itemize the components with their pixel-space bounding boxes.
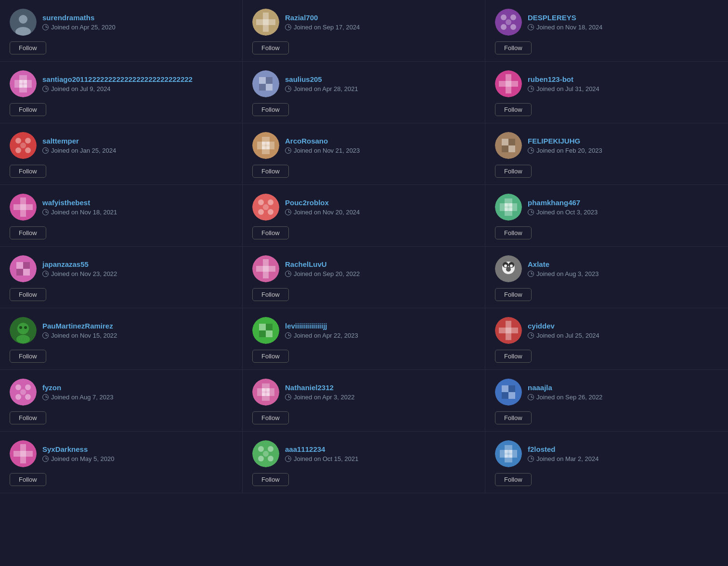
svg-rect-41	[502, 145, 508, 152]
user-info: saulius205 Joined on Apr 28, 2021	[285, 75, 358, 92]
user-top: ruben123-bot Joined on Jul 31, 2024	[495, 70, 718, 97]
svg-point-28	[25, 138, 31, 144]
join-date: Joined on Nov 20, 2024	[285, 209, 360, 216]
join-date: Joined on Apr 28, 2021	[285, 85, 358, 92]
svg-point-70	[506, 267, 511, 272]
username[interactable]: naaajla	[528, 383, 602, 392]
clock-icon	[285, 86, 291, 92]
username[interactable]: wafyisthebest	[42, 198, 117, 207]
follow-button[interactable]: Follow	[495, 165, 532, 178]
follow-button[interactable]: Follow	[10, 226, 46, 239]
username[interactable]: RachelLuvU	[285, 260, 360, 268]
user-info: aaa1112234 Joined on Oct 15, 2021	[285, 445, 358, 462]
follow-button[interactable]: Follow	[252, 411, 289, 424]
svg-point-108	[268, 446, 273, 452]
username[interactable]: aaa1112234	[285, 445, 358, 453]
username[interactable]: f2losted	[528, 445, 598, 453]
follow-button[interactable]: Follow	[252, 288, 289, 301]
user-info: ArcoRosano Joined on Nov 21, 2023	[285, 137, 360, 154]
username[interactable]: saulius205	[285, 75, 358, 83]
user-info: phamkhang467 Joined on Oct 3, 2023	[528, 198, 598, 216]
clock-icon	[42, 86, 49, 92]
user-info: naaajla Joined on Sep 26, 2022	[528, 383, 602, 401]
user-card: saulius205 Joined on Apr 28, 2021 Follow	[243, 62, 485, 123]
join-date: Joined on Jul 31, 2024	[528, 85, 599, 92]
user-top: SyxDarkness Joined on May 5, 2020	[10, 440, 233, 467]
follow-button[interactable]: Follow	[495, 226, 532, 239]
avatar	[252, 317, 279, 344]
svg-rect-80	[266, 324, 273, 330]
user-top: Axlate Joined on Aug 3, 2023	[495, 255, 718, 282]
svg-point-51	[263, 204, 269, 210]
user-top: phamkhang467 Joined on Oct 3, 2023	[495, 194, 718, 221]
username[interactable]: FELIPEKIJUHG	[528, 137, 602, 145]
follow-button[interactable]: Follow	[252, 103, 289, 116]
svg-rect-40	[508, 139, 515, 145]
user-card: RachelLuvU Joined on Sep 20, 2022 Follow	[243, 247, 485, 308]
username[interactable]: ruben123-bot	[528, 75, 599, 83]
user-top: naaajla Joined on Sep 26, 2022	[495, 379, 718, 406]
svg-rect-100	[508, 385, 515, 392]
join-date: Joined on Apr 3, 2022	[285, 394, 355, 401]
user-info: Razial700 Joined on Sep 17, 2024	[285, 13, 360, 31]
join-date: Joined on Jul 25, 2024	[528, 332, 599, 339]
username[interactable]: SyxDarkness	[42, 445, 115, 453]
username[interactable]: phamkhang467	[528, 198, 598, 207]
svg-point-89	[15, 394, 21, 400]
username[interactable]: DESPLEREYS	[528, 13, 602, 22]
follow-button[interactable]: Follow	[252, 165, 289, 178]
user-top: cyiddev Joined on Jul 25, 2024	[495, 317, 718, 344]
follow-button[interactable]: Follow	[495, 473, 532, 486]
avatar	[252, 255, 279, 282]
follow-button[interactable]: Follow	[495, 41, 532, 54]
user-info: fyzon Joined on Aug 7, 2023	[42, 383, 113, 401]
avatar	[495, 379, 522, 406]
username[interactable]: Razial700	[285, 13, 360, 22]
follow-button[interactable]: Follow	[252, 350, 289, 363]
user-info: japanzazas55 Joined on Nov 23, 2022	[42, 260, 117, 277]
user-top: ArcoRosano Joined on Nov 21, 2023	[252, 132, 475, 159]
username[interactable]: santiago201122222222222222222222222222	[42, 75, 193, 83]
username[interactable]: fyzon	[42, 383, 113, 392]
join-date: Joined on Aug 3, 2023	[528, 270, 598, 277]
follow-button[interactable]: Follow	[10, 165, 46, 178]
clock-icon	[285, 271, 291, 277]
follow-button[interactable]: Follow	[495, 350, 532, 363]
username[interactable]: leviiiiiiiiiiiiiijj	[285, 322, 358, 330]
username[interactable]: Axlate	[528, 260, 598, 268]
join-date: Joined on Sep 20, 2022	[285, 270, 360, 277]
clock-icon	[528, 86, 534, 92]
follow-button[interactable]: Follow	[495, 411, 532, 424]
svg-rect-101	[502, 392, 508, 399]
avatar	[495, 255, 522, 282]
follow-button[interactable]: Follow	[10, 41, 46, 54]
follow-button[interactable]: Follow	[10, 411, 46, 424]
avatar	[10, 317, 37, 344]
user-top: aaa1112234 Joined on Oct 15, 2021	[252, 440, 475, 467]
join-date: Joined on Oct 3, 2023	[528, 209, 598, 216]
join-date: Joined on Nov 18, 2021	[42, 209, 117, 216]
username[interactable]: ArcoRosano	[285, 137, 360, 145]
follow-button[interactable]: Follow	[252, 41, 289, 54]
follow-button[interactable]: Follow	[252, 226, 289, 239]
avatar	[495, 70, 522, 97]
follow-button[interactable]: Follow	[495, 288, 532, 301]
follow-button[interactable]: Follow	[10, 350, 46, 363]
follow-button[interactable]: Follow	[10, 103, 46, 116]
follow-button[interactable]: Follow	[495, 103, 532, 116]
follow-button[interactable]: Follow	[252, 473, 289, 486]
follow-button[interactable]: Follow	[10, 288, 46, 301]
username[interactable]: surendramaths	[42, 13, 116, 22]
avatar	[252, 440, 279, 467]
username[interactable]: Nathaniel2312	[285, 383, 355, 392]
username[interactable]: cyiddev	[528, 322, 599, 330]
user-top: Nathaniel2312 Joined on Apr 3, 2022	[252, 379, 475, 406]
follow-button[interactable]: Follow	[10, 473, 46, 486]
user-card: fyzon Joined on Aug 7, 2023 Follow	[0, 370, 243, 432]
username[interactable]: japanzazas55	[42, 260, 117, 268]
svg-point-29	[15, 147, 21, 153]
svg-point-90	[25, 394, 31, 400]
username[interactable]: salttemper	[42, 137, 116, 145]
username[interactable]: PauMartinezRamirez	[42, 322, 117, 330]
username[interactable]: Pouc2roblox	[285, 198, 360, 207]
